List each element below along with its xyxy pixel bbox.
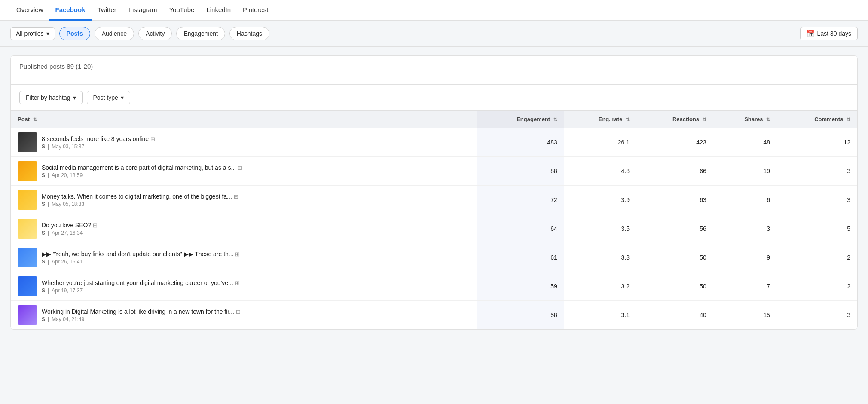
post-title: ▶▶ "Yeah, we buy links and don't update … xyxy=(42,251,248,257)
cell-comments: 5 xyxy=(777,214,857,243)
nav-item-overview[interactable]: Overview xyxy=(10,0,49,21)
table-row[interactable]: Working in Digital Marketing is a lot li… xyxy=(11,301,857,330)
post-meta: S | Apr 27, 16:34 xyxy=(42,230,470,236)
col-engagement[interactable]: Engagement ⇅ xyxy=(477,111,564,128)
post-info: Working in Digital Marketing is a lot li… xyxy=(42,308,470,322)
post-cell: Social media management is a core part o… xyxy=(11,157,477,186)
posts-table: Post ⇅ Engagement ⇅ Eng. rate ⇅ Reacti xyxy=(11,111,857,329)
post-title: Social media management is a core part o… xyxy=(42,164,248,171)
post-meta: S | Apr 26, 16:41 xyxy=(42,259,470,265)
cell-engagement: 483 xyxy=(477,128,564,157)
nav-item-linkedin[interactable]: LinkedIn xyxy=(200,0,237,21)
post-image-icon: ⊞ xyxy=(235,280,240,286)
posts-table-wrapper: Post ⇅ Engagement ⇅ Eng. rate ⇅ Reacti xyxy=(11,111,857,329)
sub-navigation: All profiles ▾ Posts Audience Activity E… xyxy=(0,21,868,47)
filter-hashtag-label: Filter by hashtag xyxy=(26,94,70,101)
cell-reactions: 50 xyxy=(636,243,713,272)
filter-hashtag-button[interactable]: Filter by hashtag ▾ xyxy=(19,91,83,104)
tab-activity[interactable]: Activity xyxy=(138,27,172,40)
nav-item-pinterest[interactable]: Pinterest xyxy=(237,0,274,21)
post-meta: S | May 03, 15:37 xyxy=(42,144,470,150)
post-meta: S | May 04, 21:49 xyxy=(42,316,470,322)
cell-shares: 19 xyxy=(713,157,777,186)
chevron-down-icon: ▾ xyxy=(73,94,76,101)
calendar-icon: 📅 xyxy=(807,30,815,37)
filter-post-type-button[interactable]: Post type ▾ xyxy=(87,91,130,104)
post-cell: Whether you're just starting out your di… xyxy=(11,272,477,301)
nav-item-facebook[interactable]: Facebook xyxy=(49,0,92,21)
post-title: Do you love SEO? ⊞ xyxy=(42,222,248,229)
table-row[interactable]: Whether you're just starting out your di… xyxy=(11,272,857,301)
tab-posts[interactable]: Posts xyxy=(59,27,90,40)
table-header-row: Post ⇅ Engagement ⇅ Eng. rate ⇅ Reacti xyxy=(11,111,857,128)
table-row[interactable]: Do you love SEO? ⊞ S | Apr 27, 16:34 643… xyxy=(11,214,857,243)
tab-hashtags[interactable]: Hashtags xyxy=(229,27,269,40)
col-post[interactable]: Post ⇅ xyxy=(11,111,477,128)
post-meta-separator: | xyxy=(48,288,49,294)
col-comments[interactable]: Comments ⇅ xyxy=(777,111,857,128)
post-cell: Do you love SEO? ⊞ S | Apr 27, 16:34 xyxy=(11,214,477,243)
sort-icon-engagement: ⇅ xyxy=(553,117,557,122)
post-meta: S | Apr 20, 18:59 xyxy=(42,172,470,178)
cell-engagement: 72 xyxy=(477,186,564,214)
post-thumbnail xyxy=(18,248,37,267)
table-row[interactable]: ▶▶ "Yeah, we buy links and don't update … xyxy=(11,243,857,272)
cell-eng-rate: 3.1 xyxy=(564,301,636,330)
post-thumbnail xyxy=(18,161,37,181)
filter-post-type-label: Post type xyxy=(93,94,118,101)
cell-engagement: 58 xyxy=(477,301,564,330)
post-title: Working in Digital Marketing is a lot li… xyxy=(42,308,248,315)
nav-item-instagram[interactable]: Instagram xyxy=(122,0,163,21)
post-cell: Working in Digital Marketing is a lot li… xyxy=(11,301,477,330)
post-image-icon: ⊞ xyxy=(238,165,242,171)
date-range-label: Last 30 days xyxy=(817,30,851,37)
top-navigation: Overview Facebook Twitter Instagram YouT… xyxy=(0,0,868,21)
cell-eng-rate: 3.2 xyxy=(564,272,636,301)
cell-eng-rate: 4.8 xyxy=(564,157,636,186)
post-meta-separator: | xyxy=(48,259,49,265)
table-row[interactable]: Money talks. When it comes to digital ma… xyxy=(11,186,857,214)
profile-dropdown[interactable]: All profiles ▾ xyxy=(10,27,55,40)
cell-engagement: 64 xyxy=(477,214,564,243)
post-date: Apr 19, 17:37 xyxy=(52,288,83,294)
nav-item-twitter[interactable]: Twitter xyxy=(92,0,122,21)
tab-engagement[interactable]: Engagement xyxy=(176,27,225,40)
post-date: Apr 20, 18:59 xyxy=(52,172,83,178)
cell-shares: 7 xyxy=(713,272,777,301)
post-profile-letter: S xyxy=(42,144,45,150)
col-reactions[interactable]: Reactions ⇅ xyxy=(636,111,713,128)
post-date: May 04, 21:49 xyxy=(52,316,84,322)
post-info: 8 seconds feels more like 8 years online… xyxy=(42,135,470,150)
post-thumbnail xyxy=(18,132,37,152)
table-row[interactable]: Social media management is a core part o… xyxy=(11,157,857,186)
post-thumbnail xyxy=(18,190,37,210)
post-thumbnail xyxy=(18,276,37,296)
post-profile-letter: S xyxy=(42,259,45,265)
tab-audience[interactable]: Audience xyxy=(95,27,134,40)
nav-item-youtube[interactable]: YouTube xyxy=(163,0,200,21)
post-meta-separator: | xyxy=(48,144,49,150)
sort-icon-post: ⇅ xyxy=(33,117,37,122)
post-title: Whether you're just starting out your di… xyxy=(42,279,248,286)
date-range-button[interactable]: 📅 Last 30 days xyxy=(800,27,858,40)
post-meta-separator: | xyxy=(48,201,49,207)
post-cell: 8 seconds feels more like 8 years online… xyxy=(11,128,477,157)
post-profile-letter: S xyxy=(42,288,45,294)
post-cell: Money talks. When it comes to digital ma… xyxy=(11,186,477,214)
sort-icon-shares: ⇅ xyxy=(766,117,770,122)
post-info: Money talks. When it comes to digital ma… xyxy=(42,193,470,207)
post-date: Apr 27, 16:34 xyxy=(52,230,83,236)
cell-comments: 2 xyxy=(777,243,857,272)
col-eng-rate[interactable]: Eng. rate ⇅ xyxy=(564,111,636,128)
post-meta-separator: | xyxy=(48,172,49,178)
cell-comments: 3 xyxy=(777,157,857,186)
post-meta: S | May 05, 18:33 xyxy=(42,201,470,207)
cell-engagement: 59 xyxy=(477,272,564,301)
cell-reactions: 40 xyxy=(636,301,713,330)
post-image-icon: ⊞ xyxy=(234,193,238,200)
col-shares[interactable]: Shares ⇅ xyxy=(713,111,777,128)
cell-comments: 2 xyxy=(777,272,857,301)
cell-eng-rate: 3.9 xyxy=(564,186,636,214)
cell-eng-rate: 3.3 xyxy=(564,243,636,272)
table-row[interactable]: 8 seconds feels more like 8 years online… xyxy=(11,128,857,157)
